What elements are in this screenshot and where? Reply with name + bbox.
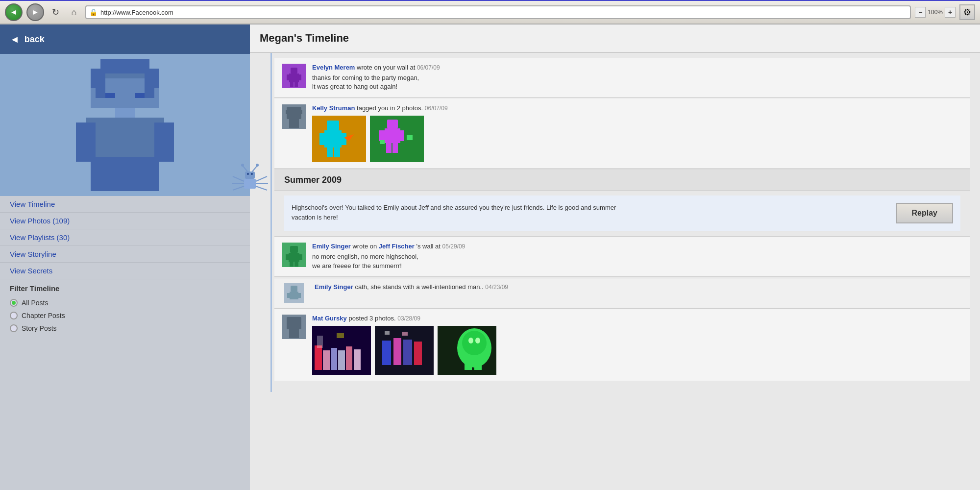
svg-line-24 (256, 176, 267, 181)
mat-avatar (282, 315, 306, 339)
radio-story-posts[interactable] (10, 324, 18, 332)
svg-rect-7 (145, 88, 154, 98)
svg-rect-84 (317, 336, 323, 348)
kelly-photo-1-img (312, 116, 366, 162)
svg-rect-70 (291, 286, 297, 292)
svg-line-27 (243, 166, 247, 172)
sidebar: ◄ back (0, 24, 250, 490)
forward-button[interactable]: ► (26, 3, 44, 21)
sidebar-item-view-storyline[interactable]: View Storyline (0, 246, 250, 263)
filter-all-posts[interactable]: All Posts (10, 296, 240, 309)
svg-rect-39 (294, 82, 298, 87)
season-header: Summer 2009 (274, 170, 970, 191)
filter-timeline-section: Filter Timeline All Posts Chapter Posts … (0, 279, 250, 340)
mat-author[interactable]: Mat Gursky (312, 315, 347, 322)
address-icon: 🔒 (89, 8, 98, 16)
svg-point-98 (468, 338, 473, 343)
kelly-photo-strip (312, 116, 963, 162)
sidebar-item-view-timeline[interactable]: View Timeline (0, 196, 250, 213)
svg-rect-10 (91, 69, 105, 88)
svg-rect-6 (96, 88, 105, 98)
timeline-wrapper: Evelyn Merem wrote on your wall at 06/07… (250, 53, 980, 392)
svg-rect-87 (382, 341, 391, 365)
svg-rect-18 (135, 93, 145, 98)
mat-photo-1[interactable] (312, 326, 371, 375)
kelly-date: 06/07/09 (425, 105, 448, 112)
zoom-in-button[interactable]: + (945, 7, 956, 18)
replay-button[interactable]: Replay (896, 203, 953, 223)
filter-story-posts[interactable]: Story Posts (10, 322, 240, 335)
zoom-out-button[interactable]: − (915, 7, 926, 18)
svg-rect-17 (105, 93, 115, 98)
radio-all-posts-dot (12, 301, 16, 305)
svg-rect-37 (297, 74, 301, 80)
timeline-header: Megan's Timeline (250, 24, 980, 53)
kelly-photo-1[interactable] (312, 116, 366, 162)
svg-point-31 (247, 173, 249, 175)
kelly-avatar-img (282, 104, 306, 129)
svg-rect-83 (354, 349, 361, 370)
svg-rect-19 (245, 172, 255, 179)
back-label[interactable]: back (24, 34, 45, 45)
address-bar[interactable] (100, 9, 907, 16)
sidebar-header: ◄ back (0, 24, 250, 54)
svg-rect-13 (86, 118, 164, 157)
back-nav-arrow: ◄ (10, 34, 20, 45)
settings-button[interactable]: ⚙ (959, 4, 975, 20)
profile-avatar-svg (71, 59, 179, 191)
back-button[interactable]: ◄ (5, 3, 23, 21)
sidebar-item-view-playlists[interactable]: View Playlists (30) (0, 229, 250, 246)
svg-rect-56 (379, 130, 386, 141)
svg-rect-36 (287, 74, 291, 80)
svg-rect-44 (298, 110, 302, 114)
evelyn-author[interactable]: Evelyn Merem (312, 64, 355, 71)
svg-rect-66 (297, 254, 302, 260)
kelly-photo-2[interactable] (370, 116, 424, 162)
mat-photo-3[interactable] (438, 326, 496, 375)
evelyn-message: thanks for coming to the party megan,it … (312, 74, 963, 91)
kelly-action: tagged you in 2 photos. (357, 104, 425, 112)
mat-photo-2[interactable] (375, 326, 434, 375)
evelyn-date: 06/07/09 (417, 64, 440, 71)
mat-feed-text: Mat Gursky posted 3 photos. 03/28/09 (312, 315, 963, 375)
svg-point-30 (256, 164, 259, 167)
svg-rect-89 (403, 340, 412, 365)
svg-rect-96 (465, 358, 472, 370)
svg-rect-65 (286, 254, 291, 260)
home-button[interactable]: ⌂ (67, 5, 81, 20)
svg-rect-82 (346, 346, 352, 370)
svg-rect-51 (334, 147, 340, 157)
evelyn-action: wrote on your wall at (357, 64, 417, 71)
season-label: Summer 2009 (284, 175, 342, 185)
emily-wall-message: no more english, no more highschool,we a… (312, 252, 963, 270)
jeff-name[interactable]: Jeff Fischer (379, 243, 415, 250)
radio-all-posts[interactable] (10, 299, 18, 307)
emily-cath-action: cath, she stands with a well-intentioned… (355, 283, 485, 291)
svg-rect-43 (286, 110, 290, 114)
emily-avatar-img (282, 243, 306, 267)
story-box: Highschool's over! You talked to Emily a… (284, 196, 960, 231)
sidebar-item-view-secrets[interactable]: View Secrets (0, 263, 250, 279)
svg-rect-61 (407, 135, 413, 140)
svg-rect-50 (327, 147, 333, 157)
story-text: Highschool's over! You talked to Emily a… (292, 203, 635, 222)
zoom-level: 100% (928, 9, 943, 16)
svg-rect-60 (380, 140, 385, 144)
refresh-button[interactable]: ↻ (48, 5, 63, 20)
bug-decoration (230, 162, 270, 212)
feed-item-emily-cath: Emily Singer cath, she stands with a wel… (274, 278, 970, 308)
svg-rect-88 (393, 338, 401, 365)
svg-rect-58 (386, 143, 392, 153)
svg-rect-78 (315, 345, 322, 370)
filter-chapter-posts[interactable]: Chapter Posts (10, 309, 240, 322)
emily-cath-author[interactable]: Emily Singer (315, 283, 353, 291)
sidebar-item-view-photos[interactable]: View Photos (109) (0, 213, 250, 229)
svg-rect-81 (338, 350, 345, 370)
svg-rect-12 (115, 108, 135, 118)
emily-wall-author[interactable]: Emily Singer (312, 243, 351, 250)
svg-line-28 (252, 166, 257, 172)
kelly-author[interactable]: Kelly Struman (312, 104, 355, 112)
radio-chapter-posts[interactable] (10, 312, 18, 319)
mat-action: posted 3 photos. (348, 315, 397, 322)
svg-rect-20 (244, 179, 256, 189)
